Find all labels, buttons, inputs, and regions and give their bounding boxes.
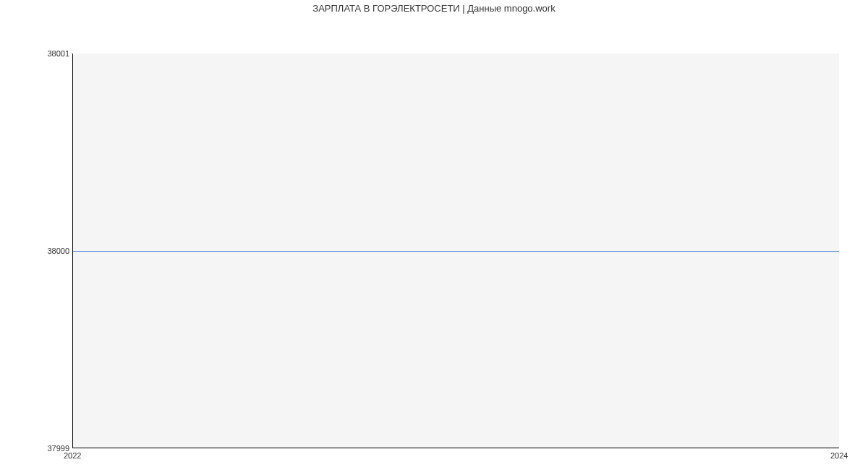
y-tick-label: 38000 <box>26 247 69 255</box>
x-tick-label: 2024 <box>830 451 848 460</box>
y-tick-label: 38001 <box>26 49 69 58</box>
chart-title: ЗАРПЛАТА В ГОРЭЛЕКТРОСЕТИ | Данные mnogo… <box>0 0 868 17</box>
x-tick-label: 2022 <box>64 451 81 460</box>
salary-series-line <box>73 251 839 252</box>
chart-container: 38001 38000 37999 2022 2024 <box>0 17 868 466</box>
y-tick-label: 37999 <box>26 444 69 453</box>
plot-area <box>72 54 839 448</box>
